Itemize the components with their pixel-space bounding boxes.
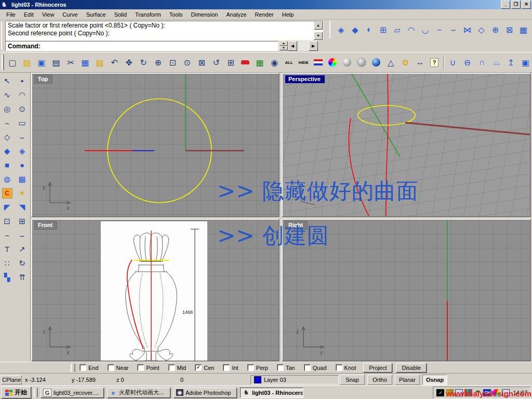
osnap-checkbox[interactable]: [195, 364, 202, 371]
menu-item[interactable]: Dimension: [187, 10, 222, 19]
cap-planar-icon[interactable]: ▣: [519, 56, 532, 69]
copy-icon[interactable]: ▦: [79, 56, 92, 69]
tray-antivirus-icon[interactable]: ✓: [436, 389, 444, 396]
start-button[interactable]: 开始: [1, 387, 31, 398]
scroll-left-button[interactable]: ◀: [288, 41, 297, 51]
print-icon[interactable]: ▤: [50, 56, 63, 69]
menu-item[interactable]: Analyze: [222, 10, 250, 19]
hide-icon[interactable]: HIDE: [297, 56, 310, 69]
cut-icon[interactable]: ✂: [64, 56, 77, 69]
osnap-checkbox[interactable]: [336, 364, 342, 371]
viewport-layout-icon[interactable]: ⊞: [224, 56, 237, 69]
rendered-view-icon[interactable]: [370, 56, 383, 69]
menu-item[interactable]: Render: [251, 10, 278, 19]
cylinder-icon[interactable]: ◍: [0, 172, 14, 186]
surface-corner-icon[interactable]: ◇: [475, 23, 488, 36]
select-all-icon[interactable]: ALL: [283, 56, 296, 69]
ellipse-icon[interactable]: ⊙: [15, 102, 29, 116]
rectangle-icon[interactable]: ▭: [15, 116, 29, 130]
menu-item[interactable]: Surface: [82, 10, 110, 19]
gradient-square-icon[interactable]: ▚: [0, 270, 14, 284]
pan-icon[interactable]: ✥: [123, 56, 136, 69]
surface-plane-icon[interactable]: ▱: [391, 23, 404, 36]
osnap-checkbox[interactable]: [304, 364, 311, 371]
scroll-down-button[interactable]: ▼: [314, 32, 323, 40]
command-history[interactable]: Scale factor or first reference point <0…: [5, 21, 323, 41]
adjust-end-bulge-icon[interactable]: ⌢: [0, 228, 14, 242]
split-icon[interactable]: ◥: [15, 200, 29, 214]
dimension-icon[interactable]: ↔: [414, 56, 427, 69]
trim-icon[interactable]: ◤: [0, 200, 14, 214]
polygon-icon[interactable]: ◇: [0, 130, 14, 144]
curve-fillet-icon[interactable]: ⌣: [15, 130, 29, 144]
boolean-union-icon[interactable]: ∪: [446, 56, 459, 69]
cplane-button[interactable]: CPlane: [1, 375, 22, 384]
single-point-icon[interactable]: ▪: [15, 74, 29, 88]
curve-boolean-icon[interactable]: C: [0, 186, 14, 200]
surface-grid-icon[interactable]: ▦: [15, 172, 29, 186]
menu-item[interactable]: Edit: [20, 10, 38, 19]
car-icon[interactable]: [239, 56, 252, 69]
osnap-toggle[interactable]: Near: [108, 364, 129, 371]
task-button[interactable]: G light03_recover....: [41, 388, 104, 398]
menu-item[interactable]: File: [2, 10, 20, 19]
surface-edit-icon[interactable]: ◆: [349, 23, 362, 36]
rotate-view-icon[interactable]: ↻: [137, 56, 150, 69]
extrude-solid-icon[interactable]: ↥: [504, 56, 517, 69]
command-spinner[interactable]: ▲▼: [280, 41, 288, 51]
new-file-icon[interactable]: ▢: [6, 56, 19, 69]
task-button[interactable]: ♞ light03 - Rhinoceros: [240, 388, 303, 398]
osnap-button[interactable]: Disable: [396, 363, 427, 373]
save-icon[interactable]: ▣: [35, 56, 48, 69]
control-point-curve-icon[interactable]: ∿: [0, 88, 14, 102]
interpolate-curve-icon[interactable]: ◠: [15, 88, 29, 102]
statusbar-toggle[interactable]: Ortho: [367, 375, 392, 385]
box-icon[interactable]: ■: [0, 158, 14, 172]
task-button[interactable]: e 火星时代动画大...: [107, 388, 170, 398]
osnap-checkbox[interactable]: [137, 364, 144, 371]
osnap-checkbox[interactable]: [223, 364, 230, 371]
explode-icon[interactable]: ✶: [15, 186, 29, 200]
osnap-checkbox[interactable]: [168, 364, 175, 371]
command-input[interactable]: Command:: [5, 41, 278, 51]
osnap-checkbox[interactable]: [108, 364, 114, 371]
osnap-toggle[interactable]: End: [79, 364, 99, 371]
sphere-icon[interactable]: ●: [15, 158, 29, 172]
undo-icon[interactable]: ↶: [108, 56, 121, 69]
arc-icon[interactable]: ⌢: [0, 116, 14, 130]
osnap-toggle[interactable]: Point: [137, 364, 159, 371]
layer-pane[interactable]: Layer 03: [250, 375, 339, 384]
task-button[interactable]: ◉ Adobe Photoshop: [174, 388, 237, 398]
extrude-straight-icon[interactable]: ⇈: [15, 270, 29, 284]
paste-icon[interactable]: ▧: [94, 56, 107, 69]
menu-item[interactable]: Help: [278, 10, 298, 19]
surface-arc-down-icon[interactable]: ◡: [419, 23, 432, 36]
layer-wedge-icon[interactable]: [312, 56, 325, 69]
menu-item[interactable]: Tools: [165, 10, 187, 19]
viewport-top-label[interactable]: Top: [34, 75, 52, 84]
viewport-circle-icon[interactable]: ⊕: [489, 23, 502, 36]
surface-bend-icon[interactable]: ◈: [15, 144, 29, 158]
toolbar-grip[interactable]: [2, 55, 4, 70]
statusbar-toggle[interactable]: Osnap: [422, 375, 447, 385]
circle-center-icon[interactable]: ◎: [0, 102, 14, 116]
surface-sphere-icon[interactable]: ◐: [363, 23, 376, 36]
osnap-checkbox[interactable]: [247, 364, 254, 371]
shaded-view-icon[interactable]: [341, 56, 354, 69]
osnap-checkbox[interactable]: [79, 364, 86, 371]
adjust-seam-icon[interactable]: ⌣: [15, 228, 29, 242]
undo-view-icon[interactable]: ↺: [210, 56, 223, 69]
osnap-toggle[interactable]: Cen: [195, 364, 214, 371]
spotlight-icon[interactable]: △: [384, 56, 397, 69]
zoom-window-icon[interactable]: ⊡: [166, 56, 179, 69]
edit-frame-alt-icon[interactable]: ⊞: [15, 214, 29, 228]
osnap-toggle[interactable]: Knot: [336, 364, 356, 371]
rotate-2d-icon[interactable]: ↻: [15, 256, 29, 270]
edit-frame-icon[interactable]: ⊡: [0, 214, 14, 228]
select-pointer-icon[interactable]: ↖: [0, 74, 14, 88]
boolean-difference-icon[interactable]: ⊖: [461, 56, 474, 69]
osnap-toggle[interactable]: Quad: [304, 364, 327, 371]
scroll-right-button[interactable]: ▶: [309, 41, 318, 51]
open-file-icon[interactable]: ▨: [21, 56, 34, 69]
hscroll-track[interactable]: [297, 41, 309, 51]
